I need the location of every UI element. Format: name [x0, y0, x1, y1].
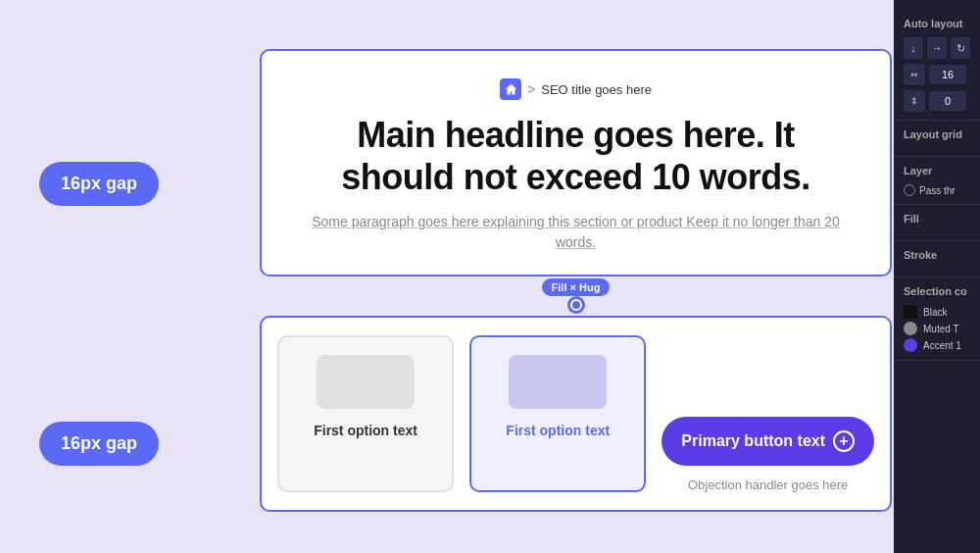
primary-area: Primary button text + Objection handler … — [662, 417, 874, 492]
layer-row: Pass thr — [904, 184, 970, 196]
stroke-section: Stroke — [894, 241, 980, 277]
breadcrumb-page: SEO title goes here — [541, 82, 652, 97]
swatch-row-black: Black — [904, 305, 970, 319]
layer-name: Pass thr — [919, 185, 956, 196]
canvas: 16px gap 16px gap > SEO title goes here … — [0, 0, 894, 553]
option-card-2[interactable]: First option text — [469, 335, 646, 492]
arrow-down-icon[interactable]: ↓ — [904, 37, 923, 59]
objection-text: Objection handler goes here — [688, 478, 848, 492]
card-placeholder-2 — [509, 355, 607, 409]
options-block: First option text First option text Prim… — [260, 316, 892, 512]
black-swatch[interactable] — [904, 305, 917, 319]
muted-swatch[interactable] — [904, 322, 917, 335]
layer-title: Layer — [904, 165, 970, 176]
option-label-1: First option text — [314, 423, 417, 438]
fill-title: Fill — [904, 213, 970, 225]
option-card-1[interactable]: First option text — [277, 335, 454, 492]
paragraph-text: Some paragraph goes here explaining this… — [297, 212, 855, 253]
home-svg — [505, 83, 517, 96]
arrow-right-icon[interactable]: → — [927, 37, 947, 59]
primary-button-label: Primary button text — [681, 432, 825, 450]
swatch-row-accent: Accent 1 — [904, 338, 970, 352]
layout-input-1[interactable] — [929, 65, 966, 84]
layout-value-row-1: ⇔ — [904, 64, 970, 85]
swatch-row-muted: Muted T — [904, 322, 970, 335]
gap-label-top: 16px gap — [39, 162, 159, 206]
fill-hug-tooltip: Fill × Hug — [542, 278, 611, 296]
refresh-icon[interactable]: ↻ — [951, 37, 970, 59]
layout-icon-2[interactable]: ⇕ — [904, 90, 925, 112]
primary-button-icon: + — [833, 430, 855, 452]
primary-button[interactable]: Primary button text + — [662, 417, 874, 466]
auto-layout-icons: ↓ → ↻ — [904, 37, 970, 59]
auto-layout-title: Auto layout — [904, 18, 970, 29]
gap-label-bottom: 16px gap — [39, 422, 159, 466]
breadcrumb: > SEO title goes here — [297, 78, 855, 100]
auto-layout-section: Auto layout ↓ → ↻ ⇔ ⇕ — [894, 10, 980, 121]
selection-color-section: Selection co Black Muted T Accent 1 — [894, 277, 980, 361]
layer-icon — [904, 184, 915, 196]
layout-grid-title: Layout grid — [904, 128, 970, 140]
card-placeholder-1 — [317, 355, 415, 409]
layout-icon-1[interactable]: ⇔ — [904, 64, 925, 85]
design-frame: > SEO title goes here Main headline goes… — [260, 49, 892, 512]
tooltip-arrow — [567, 296, 585, 314]
accent-swatch[interactable] — [904, 338, 917, 352]
tooltip-container: Fill × Hug — [260, 278, 892, 306]
muted-label: Muted T — [923, 324, 959, 334]
main-headline: Main headline goes here. It should not e… — [297, 114, 855, 198]
layout-grid-section: Layout grid — [894, 121, 980, 157]
right-panel: Auto layout ↓ → ↻ ⇔ ⇕ Layout grid Layer … — [894, 0, 980, 553]
layout-value-row-2: ⇕ — [904, 90, 970, 112]
option-label-2: First option text — [506, 423, 610, 438]
accent-label: Accent 1 — [923, 340, 961, 351]
layout-input-2[interactable] — [929, 91, 966, 111]
black-label: Black — [923, 307, 947, 318]
stroke-title: Stroke — [904, 249, 970, 261]
headline-block: > SEO title goes here Main headline goes… — [260, 49, 892, 276]
layer-section: Layer Pass thr — [894, 157, 980, 205]
fill-section: Fill — [894, 205, 980, 241]
home-icon[interactable] — [500, 78, 521, 100]
selection-co-title: Selection co — [904, 285, 970, 297]
breadcrumb-separator: > — [527, 81, 535, 97]
